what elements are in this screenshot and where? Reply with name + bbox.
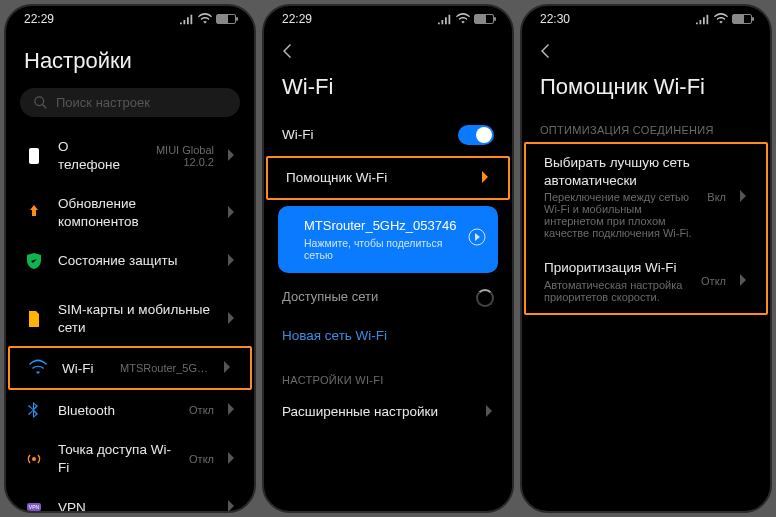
wifi-settings-header: НАСТРОЙКИ WI-FI [264, 364, 512, 392]
row-label: Приоритизация Wi-Fi [544, 259, 687, 277]
page-title: Помощник Wi-Fi [522, 74, 770, 114]
row-label: Bluetooth [58, 402, 175, 420]
row-label: Состояние защиты [58, 252, 214, 270]
phone-icon [25, 147, 43, 165]
row-sub: Переключение между сетью Wi-Fi и мобильн… [544, 191, 693, 239]
back-button[interactable] [536, 42, 554, 64]
row-vpn[interactable]: VPN VPN [6, 487, 254, 511]
status-icons [180, 13, 236, 25]
update-icon [25, 204, 43, 222]
battery-icon [732, 14, 752, 24]
wifi-icon [29, 359, 47, 377]
row-label: SIM-карты и мобильные сети [58, 301, 214, 336]
row-update[interactable]: Обновление компонентов [6, 184, 254, 241]
bluetooth-icon [25, 401, 43, 419]
row-label: Расширенные настройки [282, 403, 472, 421]
row-wifi-toggle[interactable]: Wi-Fi [264, 114, 512, 156]
clock: 22:29 [24, 12, 54, 26]
svg-point-2 [32, 457, 36, 461]
chevron-right-icon [228, 310, 236, 328]
row-label: VPN [58, 499, 214, 511]
row-label: Точка доступа Wi-Fi [58, 441, 175, 476]
row-label: Wi-Fi [282, 126, 444, 144]
row-value: MTSRouter_5GHz_053746 [120, 362, 210, 374]
page-title: Wi-Fi [264, 74, 512, 114]
battery-icon [474, 14, 494, 24]
connected-network-card[interactable]: MTSrouter_5GHz_053746 Нажмите, чтобы под… [278, 206, 498, 273]
chevron-right-icon [228, 204, 236, 222]
shield-icon [25, 252, 43, 270]
available-networks-header: Доступные сети [264, 279, 512, 317]
signal-icon [438, 13, 452, 25]
vpn-icon: VPN [25, 498, 43, 511]
search-placeholder: Поиск настроек [56, 95, 150, 110]
svg-point-0 [35, 96, 44, 105]
row-value: MIUI Global 12.0.2 [134, 144, 214, 168]
row-value: Откл [189, 453, 214, 465]
row-label: Выбирать лучшую сеть автоматически [544, 154, 693, 189]
row-value: Вкл [707, 191, 726, 203]
status-bar: 22:29 [6, 6, 254, 32]
chevron-right-icon [228, 401, 236, 419]
page-title: Настройки [6, 38, 254, 88]
row-label: Обновление компонентов [58, 195, 214, 230]
optimization-header: ОПТИМИЗАЦИЯ СОЕДИНЕНИЯ [522, 114, 770, 142]
back-button[interactable] [278, 42, 296, 64]
row-label: О телефоне [58, 138, 120, 173]
wifi-icon [456, 13, 470, 25]
row-wifi[interactable]: Wi-Fi MTSRouter_5GHz_053746 [10, 348, 250, 388]
svg-rect-1 [29, 148, 39, 164]
clock: 22:29 [282, 12, 312, 26]
phone-wifi: 22:29 Wi-Fi Wi-Fi Помощник Wi-Fi MTSrout… [262, 4, 514, 513]
chevron-right-icon [486, 403, 494, 421]
row-value: Откл [189, 404, 214, 416]
signal-icon [180, 13, 194, 25]
arrow-icon[interactable] [468, 228, 486, 250]
status-icons [696, 13, 752, 25]
row-label: Wi-Fi [62, 360, 106, 378]
signal-icon [696, 13, 710, 25]
row-wifi-assistant[interactable]: Помощник Wi-Fi [268, 158, 508, 198]
status-bar: 22:29 [264, 6, 512, 32]
chevron-right-icon [482, 169, 490, 187]
ssid-sub: Нажмите, чтобы поделиться сетью [304, 237, 456, 261]
sim-icon [25, 310, 43, 328]
wifi-icon [714, 13, 728, 25]
row-new-network[interactable]: Новая сеть Wi-Fi [264, 317, 512, 354]
row-label: Помощник Wi-Fi [286, 169, 468, 187]
row-auto-best-network[interactable]: Выбирать лучшую сеть автоматически Перек… [526, 144, 766, 249]
ssid: MTSrouter_5GHz_053746 [304, 218, 456, 235]
chevron-right-icon [224, 359, 232, 377]
search-input[interactable]: Поиск настроек [20, 88, 240, 117]
row-sub: Автоматическая настройка приоритетов ско… [544, 279, 687, 303]
phone-wifi-assistant: 22:30 Помощник Wi-Fi ОПТИМИЗАЦИЯ СОЕДИНЕ… [520, 4, 772, 513]
chevron-right-icon [740, 272, 748, 290]
chevron-right-icon [228, 147, 236, 165]
row-wifi-priority[interactable]: Приоритизация Wi-Fi Автоматическая настр… [526, 249, 766, 313]
row-sim[interactable]: SIM-карты и мобильные сети [6, 291, 254, 346]
row-value: Откл [701, 275, 726, 287]
wifi-icon [198, 13, 212, 25]
row-about-phone[interactable]: О телефоне MIUI Global 12.0.2 [6, 127, 254, 184]
wifi-toggle[interactable] [458, 125, 494, 145]
search-icon [34, 96, 48, 110]
hotspot-icon [25, 450, 43, 468]
chevron-right-icon [228, 252, 236, 270]
svg-text:VPN: VPN [29, 504, 40, 510]
battery-icon [216, 14, 236, 24]
row-security-status[interactable]: Состояние защиты [6, 241, 254, 281]
row-advanced[interactable]: Расширенные настройки [264, 392, 512, 432]
new-network-link[interactable]: Новая сеть Wi-Fi [282, 328, 387, 343]
chevron-right-icon [228, 450, 236, 468]
status-icons [438, 13, 494, 25]
clock: 22:30 [540, 12, 570, 26]
chevron-right-icon [228, 498, 236, 511]
loading-spinner [476, 289, 494, 307]
row-bluetooth[interactable]: Bluetooth Откл [6, 390, 254, 430]
row-hotspot[interactable]: Точка доступа Wi-Fi Откл [6, 430, 254, 487]
status-bar: 22:30 [522, 6, 770, 32]
phone-settings: 22:29 Настройки Поиск настроек О телефон… [4, 4, 256, 513]
chevron-right-icon [740, 188, 748, 206]
